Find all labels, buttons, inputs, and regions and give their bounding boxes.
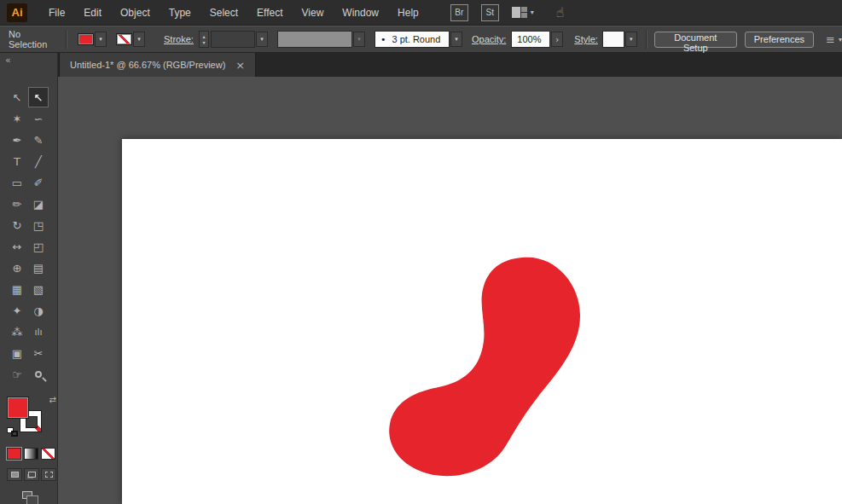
stroke-color-swatch[interactable] xyxy=(116,33,132,45)
mesh-tool[interactable]: ▦ xyxy=(7,279,27,299)
layout-grid-icon xyxy=(512,7,527,18)
change-screen-mode-button[interactable] xyxy=(22,491,32,499)
menu-file[interactable]: File xyxy=(39,0,74,26)
gradient-tool[interactable]: ▧ xyxy=(28,279,49,299)
document-setup-button[interactable]: Document Setup xyxy=(654,32,737,48)
rotate-tool[interactable]: ↻ xyxy=(7,215,27,235)
drawing-mode-buttons xyxy=(7,468,57,481)
fill-color-dropdown[interactable]: ▾ xyxy=(95,32,107,47)
control-panel-menu[interactable]: ≡ ▾ xyxy=(826,33,842,46)
column-graph-tool-icon: ılı xyxy=(34,327,42,338)
menu-effect[interactable]: Effect xyxy=(247,0,292,26)
perspective-grid-tool-icon: ▤ xyxy=(33,262,44,275)
blend-tool[interactable]: ◑ xyxy=(28,300,49,321)
chevron-down-icon: ▾ xyxy=(357,36,361,43)
opacity-menu-button[interactable]: › xyxy=(551,32,563,47)
swap-fill-stroke-icon[interactable]: ⇄ xyxy=(49,395,56,404)
hand-tool-icon: ☞ xyxy=(12,368,22,381)
stock-button[interactable]: St xyxy=(481,4,499,21)
menu-edit[interactable]: Edit xyxy=(74,0,111,26)
paintbrush-tool[interactable]: ✐ xyxy=(28,172,49,193)
control-bar: No Selection ▾ ▾ Stroke: ▴ ▾ ▾ ▾ • 3 pt.… xyxy=(0,26,842,53)
eraser-tool[interactable]: ◪ xyxy=(28,194,49,214)
zoom-tool[interactable] xyxy=(28,364,49,385)
brush-preset-value: 3 pt. Round xyxy=(392,34,440,44)
draw-behind-button[interactable] xyxy=(24,468,39,481)
chevron-right-icon: › xyxy=(555,35,559,44)
menu-bar: Ai File Edit Object Type Select Effect V… xyxy=(0,0,842,26)
hand-tool[interactable]: ☞ xyxy=(7,364,27,385)
chevron-down-icon: ▾ xyxy=(839,36,842,43)
fill-color-swatch[interactable] xyxy=(78,33,94,45)
default-fill-stroke-icon[interactable] xyxy=(7,427,19,437)
pen-tool[interactable]: ✒ xyxy=(7,130,27,150)
eyedropper-tool-icon: ✦ xyxy=(13,304,22,317)
pencil-tool[interactable]: ✏ xyxy=(7,194,27,214)
menu-type[interactable]: Type xyxy=(160,0,200,26)
stroke-weight-label[interactable]: Stroke: xyxy=(164,34,194,44)
symbol-sprayer-tool[interactable]: ⁂ xyxy=(7,322,27,342)
scale-tool[interactable]: ◳ xyxy=(28,215,49,235)
selection-tool[interactable]: ↖ xyxy=(7,87,27,107)
line-segment-tool[interactable]: ╱ xyxy=(28,151,49,171)
free-transform-tool[interactable]: ◰ xyxy=(28,236,49,257)
red-bean-shape[interactable] xyxy=(389,258,580,477)
document-tab[interactable]: Untitled-1* @ 66.67% (RGB/Preview) × xyxy=(59,53,256,77)
slice-tool[interactable]: ✂ xyxy=(28,343,49,363)
draw-normal-button[interactable] xyxy=(7,468,22,481)
collapse-panel-icon[interactable]: « xyxy=(5,55,11,66)
lasso-tool[interactable]: ∽ xyxy=(28,108,49,129)
tools-panel: ↖ ↖ ✶ ∽ ✒ ✎ T ╱ ▭ ✐ ✏ ◪ ↻ ◳ ↔ ◰ ⊕ ▤ ▦ ▧ … xyxy=(0,77,58,504)
menu-object[interactable]: Object xyxy=(111,0,160,26)
draw-inside-icon xyxy=(45,472,53,478)
artboard-tool[interactable]: ▣ xyxy=(7,343,27,363)
stepper-up-icon: ▴ xyxy=(202,33,205,39)
curvature-tool[interactable]: ✎ xyxy=(28,130,49,150)
menu-help[interactable]: Help xyxy=(388,0,428,26)
stroke-weight-combo[interactable] xyxy=(211,31,255,48)
eyedropper-tool[interactable]: ✦ xyxy=(7,300,27,321)
mesh-tool-icon: ▦ xyxy=(12,283,22,296)
chevron-down-icon: ▾ xyxy=(531,9,534,16)
brush-definition-dropdown[interactable]: ▾ xyxy=(450,32,462,47)
style-dropdown[interactable]: ▾ xyxy=(625,32,637,47)
width-tool[interactable]: ↔ xyxy=(7,236,27,257)
opacity-label[interactable]: Opacity: xyxy=(472,34,506,44)
artwork-layer xyxy=(58,77,842,504)
bridge-button[interactable]: Br xyxy=(450,4,468,21)
slice-tool-icon: ✂ xyxy=(34,347,44,360)
opacity-combo[interactable]: 100% xyxy=(511,31,550,48)
style-label[interactable]: Style: xyxy=(574,34,598,44)
gradient-button[interactable] xyxy=(24,448,38,460)
rotate-tool-icon: ↻ xyxy=(13,219,22,232)
workspace-layout-button[interactable]: ▾ xyxy=(512,7,534,18)
style-combo[interactable] xyxy=(602,31,624,48)
rectangle-tool[interactable]: ▭ xyxy=(7,172,27,193)
draw-inside-button[interactable] xyxy=(41,468,56,481)
none-button[interactable] xyxy=(41,448,55,460)
menu-select[interactable]: Select xyxy=(200,0,247,26)
close-tab-icon[interactable]: × xyxy=(235,59,245,72)
stroke-weight-dropdown[interactable]: ▾ xyxy=(256,32,268,47)
touch-workspace-icon[interactable]: ☝ xyxy=(556,4,565,20)
stroke-weight-stepper[interactable]: ▴ ▾ xyxy=(199,31,209,48)
tools-grid: ↖ ↖ ✶ ∽ ✒ ✎ T ╱ ▭ ✐ ✏ ◪ ↻ ◳ ↔ ◰ ⊕ ▤ ▦ ▧ … xyxy=(7,87,57,385)
color-button[interactable] xyxy=(7,448,21,460)
menu-view[interactable]: View xyxy=(293,0,334,26)
shape-builder-tool[interactable]: ⊕ xyxy=(7,258,27,278)
canvas[interactable] xyxy=(58,77,842,504)
column-graph-tool[interactable]: ılı xyxy=(28,322,49,342)
type-tool[interactable]: T xyxy=(7,151,27,171)
fill-stroke-indicator: ⇄ xyxy=(7,397,58,439)
fill-swatch[interactable] xyxy=(7,397,29,419)
perspective-grid-tool[interactable]: ▤ xyxy=(28,258,49,278)
direct-selection-tool[interactable]: ↖ xyxy=(28,87,49,107)
preferences-button[interactable]: Preferences xyxy=(745,32,814,48)
brush-definition-combo[interactable]: • 3 pt. Round xyxy=(375,31,450,48)
stroke-color-dropdown[interactable]: ▾ xyxy=(133,32,145,47)
scale-tool-icon: ◳ xyxy=(33,219,44,232)
menu-window[interactable]: Window xyxy=(333,0,388,26)
chevron-down-icon: ▾ xyxy=(260,36,264,43)
magic-wand-tool[interactable]: ✶ xyxy=(7,108,27,129)
chevron-down-icon: ▾ xyxy=(630,36,633,43)
